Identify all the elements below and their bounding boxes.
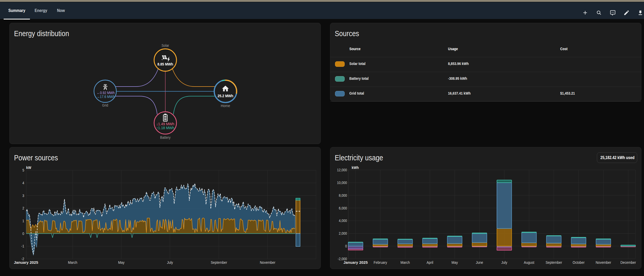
svg-text:November: November <box>596 260 611 265</box>
svg-text:September: September <box>546 260 562 265</box>
svg-text:November: November <box>260 260 275 265</box>
svg-text:3: 3 <box>22 194 24 198</box>
svg-text:4: 4 <box>22 181 24 185</box>
svg-text:March: March <box>68 260 77 265</box>
svg-text:↑1.18 MWh: ↑1.18 MWh <box>156 126 174 130</box>
svg-text:May: May <box>452 260 458 265</box>
svg-text:↓1.49 MWh: ↓1.49 MWh <box>156 122 174 126</box>
svg-text:October: October <box>573 260 585 265</box>
svg-text:4,000: 4,000 <box>339 219 347 223</box>
svg-text:kW: kW <box>26 166 31 170</box>
svg-text:-1: -1 <box>21 244 24 248</box>
svg-text:1: 1 <box>22 219 24 223</box>
svg-text:December: December <box>620 260 636 265</box>
svg-text:25.2 MWh: 25.2 MWh <box>218 94 233 98</box>
svg-text:12,000: 12,000 <box>337 168 347 172</box>
svg-text:January 2025: January 2025 <box>14 260 38 265</box>
svg-text:July: July <box>167 260 173 265</box>
svg-text:→17.6 MWh: →17.6 MWh <box>97 95 115 99</box>
svg-text:6,000: 6,000 <box>339 206 347 210</box>
svg-text:10,000: 10,000 <box>337 181 347 185</box>
svg-text:0: 0 <box>345 244 347 248</box>
svg-text:Grid: Grid <box>102 103 108 107</box>
svg-text:2: 2 <box>22 206 24 210</box>
svg-text:8,000: 8,000 <box>339 193 347 198</box>
svg-text:Home: Home <box>221 104 230 108</box>
svg-text:April: April <box>427 260 433 265</box>
svg-text:September: September <box>211 260 227 265</box>
svg-text:February: February <box>374 260 387 265</box>
svg-text:0: 0 <box>22 232 24 236</box>
svg-text:5: 5 <box>22 168 24 172</box>
svg-text:January 2025: January 2025 <box>343 260 368 265</box>
svg-text:kWh: kWh <box>352 166 359 170</box>
svg-text:June: June <box>476 260 483 265</box>
svg-text:8.85 MWh: 8.85 MWh <box>157 62 173 66</box>
svg-text:2,000: 2,000 <box>339 231 347 235</box>
svg-text:March: March <box>400 260 410 265</box>
svg-text:July: July <box>501 260 508 265</box>
svg-text:August: August <box>524 260 534 265</box>
svg-text:Solar: Solar <box>162 43 169 48</box>
svg-text:May: May <box>118 260 125 265</box>
svg-text:←0.92 MWh: ←0.92 MWh <box>97 91 115 95</box>
svg-text:Battery: Battery <box>160 135 171 140</box>
